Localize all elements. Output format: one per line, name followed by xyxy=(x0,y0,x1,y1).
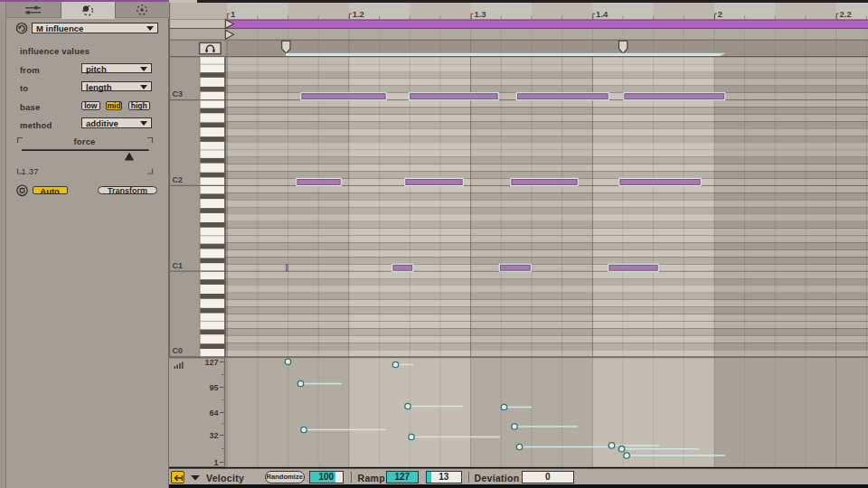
svg-text:C0: C0 xyxy=(173,346,184,355)
svg-text:C3: C3 xyxy=(173,89,184,99)
svg-text:1: 1 xyxy=(231,9,236,19)
svg-text:1.2: 1.2 xyxy=(353,9,364,19)
svg-text:1.4: 1.4 xyxy=(596,9,609,19)
svg-text:2: 2 xyxy=(718,9,722,19)
svg-text:95: 95 xyxy=(209,383,218,392)
svg-text:2.2: 2.2 xyxy=(840,9,852,19)
svg-text:1: 1 xyxy=(213,458,218,467)
svg-text:1.3: 1.3 xyxy=(474,9,486,19)
svg-text:32: 32 xyxy=(209,431,218,440)
svg-text:64: 64 xyxy=(209,408,218,418)
svg-text:C1: C1 xyxy=(173,261,184,270)
svg-text:C2: C2 xyxy=(173,175,184,184)
svg-text:127: 127 xyxy=(204,358,218,367)
